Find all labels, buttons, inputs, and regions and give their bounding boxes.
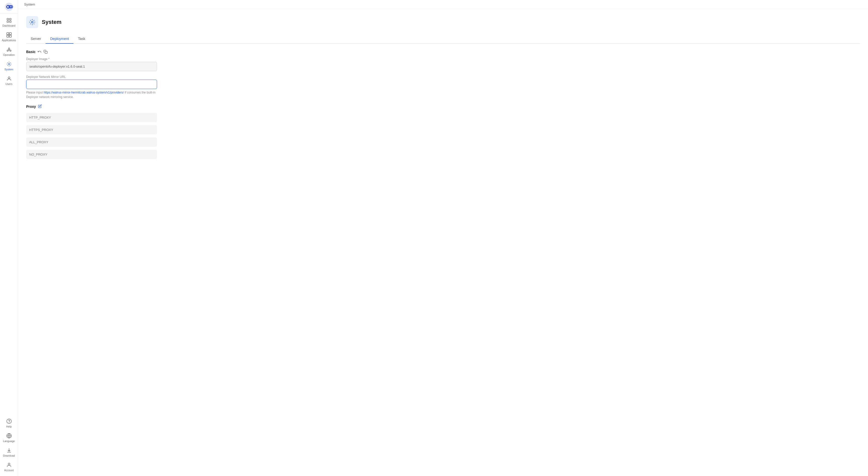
svg-rect-5 xyxy=(7,21,8,22)
sidebar-item-help[interactable]: Help xyxy=(0,416,18,430)
tabs-bar: Server Deployment Task xyxy=(26,34,860,44)
operation-icon xyxy=(6,47,12,52)
sidebar-account-label: Account xyxy=(4,469,14,472)
undo-icon xyxy=(37,50,41,54)
page-header-icon-container xyxy=(26,16,38,28)
page-title: System xyxy=(42,19,61,25)
https-proxy-input[interactable] xyxy=(26,125,157,134)
sidebar-operation-label: Operation xyxy=(3,53,14,56)
proxy-section: Proxy xyxy=(26,104,860,159)
deployer-image-label: Deployer Image * xyxy=(26,57,157,61)
tab-task[interactable]: Task xyxy=(73,34,90,44)
deployer-image-input[interactable] xyxy=(26,62,157,71)
tab-deployment[interactable]: Deployment xyxy=(45,34,73,44)
breadcrumb: System xyxy=(18,0,868,9)
sidebar-applications-label: Applications xyxy=(2,39,16,42)
svg-point-20 xyxy=(9,422,9,422)
sidebar-item-download[interactable]: Download xyxy=(0,445,18,459)
applications-icon xyxy=(6,32,12,38)
sidebar-users-label: Users xyxy=(5,82,12,86)
svg-point-18 xyxy=(8,77,10,79)
basic-undo-button[interactable] xyxy=(37,50,41,54)
sidebar-logo[interactable] xyxy=(0,0,18,14)
basic-section-label: Basic xyxy=(26,50,35,54)
svg-rect-7 xyxy=(6,33,8,35)
svg-rect-3 xyxy=(7,18,8,20)
svg-rect-24 xyxy=(45,51,47,54)
language-icon xyxy=(6,433,12,439)
proxy-section-header: Proxy xyxy=(26,104,860,109)
walrus-logo-icon xyxy=(4,2,13,11)
page-header: System xyxy=(26,16,860,28)
sidebar-help-label: Help xyxy=(6,425,12,428)
sidebar-item-language[interactable]: Language xyxy=(0,431,18,445)
proxy-section-label: Proxy xyxy=(26,105,36,109)
sidebar-item-account[interactable]: Account xyxy=(0,460,18,474)
deployer-network-mirror-url-hint: Please input https://walrus-mirror-hermi… xyxy=(26,90,157,99)
svg-rect-10 xyxy=(9,35,11,37)
deployer-image-field: Deployer Image * xyxy=(26,57,157,71)
help-icon xyxy=(6,418,12,424)
sidebar-bottom: Help Language Download Account xyxy=(0,416,18,476)
sidebar-system-label: System xyxy=(4,68,13,71)
svg-point-23 xyxy=(31,21,33,23)
main-content: System System Server Deployment Task xyxy=(18,0,868,476)
deployer-network-mirror-url-label: Deployer Network Mirror URL xyxy=(26,75,157,79)
edit-icon xyxy=(38,104,42,108)
svg-point-17 xyxy=(8,63,10,65)
no-proxy-input[interactable] xyxy=(26,150,157,159)
svg-rect-8 xyxy=(9,33,11,35)
account-icon xyxy=(6,462,12,468)
sidebar-item-applications[interactable]: Applications xyxy=(0,30,18,44)
tab-server[interactable]: Server xyxy=(26,34,45,44)
sidebar-language-label: Language xyxy=(3,440,15,443)
content-area: System Server Deployment Task Basic xyxy=(18,9,868,476)
sidebar-item-dashboard[interactable]: Dashboard xyxy=(0,15,18,29)
users-icon xyxy=(6,76,12,81)
sidebar-item-users[interactable]: Users xyxy=(0,73,18,88)
svg-point-22 xyxy=(8,463,10,465)
all-proxy-input[interactable] xyxy=(26,137,157,147)
proxy-edit-button[interactable] xyxy=(38,104,42,109)
http-proxy-input[interactable] xyxy=(26,113,157,122)
dashboard-icon xyxy=(6,18,12,23)
copy-icon xyxy=(43,50,48,54)
download-icon xyxy=(6,448,12,453)
svg-rect-9 xyxy=(6,35,8,37)
basic-copy-button[interactable] xyxy=(43,50,48,54)
svg-point-19 xyxy=(6,419,11,423)
basic-section-header: Basic xyxy=(26,50,860,54)
svg-rect-6 xyxy=(9,21,11,22)
svg-point-11 xyxy=(8,48,10,49)
system-icon xyxy=(6,61,12,67)
svg-rect-4 xyxy=(9,18,11,20)
sidebar: Dashboard Applications Operation System xyxy=(0,0,18,476)
deployer-network-mirror-url-field: Deployer Network Mirror URL Please input… xyxy=(26,75,157,99)
deployer-network-mirror-url-input[interactable] xyxy=(26,80,157,89)
sidebar-item-operation[interactable]: Operation xyxy=(0,44,18,58)
sidebar-item-system[interactable]: System xyxy=(0,59,18,73)
sidebar-dashboard-label: Dashboard xyxy=(2,24,16,27)
page-gear-icon xyxy=(29,19,36,26)
sidebar-download-label: Download xyxy=(3,454,15,457)
